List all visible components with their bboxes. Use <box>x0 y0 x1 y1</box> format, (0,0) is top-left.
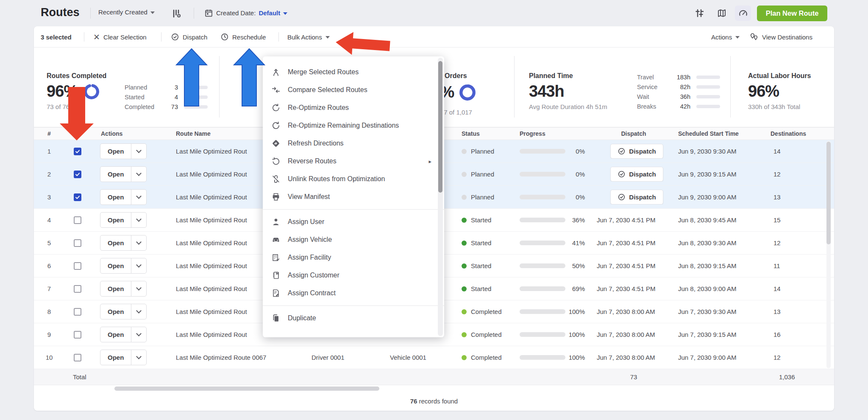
open-button-label[interactable]: Open <box>100 327 131 342</box>
view-destinations-button[interactable]: View Destinations <box>749 26 812 48</box>
horizontal-scrollbar[interactable] <box>114 386 379 391</box>
menu-item-unlink-routes-from-optimization[interactable]: Unlink Routes from Optimization ▸ <box>263 170 444 188</box>
sort-label: Recently Created <box>98 8 147 16</box>
open-split-button[interactable]: Open <box>100 281 147 297</box>
open-dropdown-toggle[interactable] <box>131 235 146 250</box>
scheduled-start-cell: Jun 9, 2030 9:30 AM <box>678 148 767 155</box>
col-header-scheduled-start[interactable]: Scheduled Start Time <box>678 130 767 137</box>
open-split-button[interactable]: Open <box>100 258 147 274</box>
open-button-label[interactable]: Open <box>100 304 131 319</box>
open-split-button[interactable]: Open <box>100 212 147 228</box>
open-dropdown-toggle[interactable] <box>131 167 146 182</box>
open-dropdown-toggle[interactable] <box>131 190 146 204</box>
vertical-scrollbar[interactable] <box>826 142 831 244</box>
status-cell: Started <box>456 239 515 246</box>
time-breakdown: Travel 183h Service 82h Wait 36h Breaks … <box>637 74 720 110</box>
row-checkbox[interactable] <box>74 171 81 178</box>
columns-settings-button[interactable] <box>172 8 182 19</box>
status-cell: Started <box>456 285 515 292</box>
open-button-label[interactable]: Open <box>100 258 131 273</box>
col-header-dispatch[interactable]: Dispatch <box>589 130 678 137</box>
chevron-down-icon <box>136 262 142 268</box>
dispatch-check-icon <box>171 33 179 41</box>
col-header-progress[interactable]: Progress <box>515 130 589 137</box>
row-checkbox[interactable] <box>74 239 81 247</box>
dispatch-toolbar-label: Dispatch <box>183 34 207 41</box>
open-dropdown-toggle[interactable] <box>131 281 146 296</box>
clear-selection-button[interactable]: ✕ Clear Selection <box>93 26 147 48</box>
open-button-label[interactable]: Open <box>100 281 131 296</box>
open-dropdown-toggle[interactable] <box>131 350 146 365</box>
row-dispatch-button[interactable]: Dispatch <box>610 190 663 204</box>
menu-scrollbar[interactable] <box>438 61 442 193</box>
menu-item-refresh-directions[interactable]: Refresh Directions ▸ <box>263 134 444 152</box>
scheduled-start-cell: Jun 8, 2030 9:45 AM <box>678 216 767 224</box>
row-checkbox[interactable] <box>74 331 81 339</box>
filter-settings-button[interactable] <box>692 6 708 21</box>
open-button-label[interactable]: Open <box>100 190 131 204</box>
row-checkbox[interactable] <box>74 216 81 224</box>
open-split-button[interactable]: Open <box>100 143 147 159</box>
divider <box>84 32 84 42</box>
open-button-label[interactable]: Open <box>100 144 131 159</box>
open-dropdown-toggle[interactable] <box>131 258 146 273</box>
plan-new-route-button[interactable]: Plan New Route <box>757 6 827 21</box>
row-checkbox[interactable] <box>74 148 81 155</box>
col-header-destinations[interactable]: Destinations <box>767 130 834 137</box>
row-checkbox[interactable] <box>74 285 81 293</box>
status-cell: Completed <box>456 308 515 315</box>
actions-button[interactable]: Actions <box>711 26 740 48</box>
row-dispatch-button[interactable]: Dispatch <box>610 144 663 159</box>
open-split-button[interactable]: Open <box>100 235 147 251</box>
open-dropdown-toggle[interactable] <box>131 327 146 342</box>
open-dropdown-toggle[interactable] <box>131 213 146 227</box>
open-dropdown-toggle[interactable] <box>131 304 146 319</box>
col-header-status[interactable]: Status <box>456 130 515 137</box>
menu-item-label: Compare Selected Routes <box>288 86 367 94</box>
col-header-actions[interactable]: Actions <box>97 130 170 137</box>
menu-item-assign-facility[interactable]: Assign Facility ▸ <box>263 249 444 266</box>
breakdown-label: Travel <box>637 74 676 81</box>
table-row[interactable]: 10 Open Last Mile Optimized Route 0067 D… <box>34 346 834 369</box>
col-header-index[interactable]: # <box>41 130 58 137</box>
menu-item-re-optimize-remaining-destinations[interactable]: Re-Optimize Remaining Destinations ▸ <box>263 117 444 134</box>
menu-item-merge-selected-routes[interactable]: Merge Selected Routes ▸ <box>263 63 444 81</box>
bulk-actions-button[interactable]: Bulk Actions <box>287 26 330 48</box>
row-checkbox[interactable] <box>74 308 81 316</box>
row-checkbox[interactable] <box>74 354 81 361</box>
menu-item-assign-vehicle[interactable]: Assign Vehicle ▸ <box>263 231 444 249</box>
date-filter[interactable]: Created Date: Default <box>204 8 287 17</box>
chevron-down-icon <box>136 354 142 359</box>
open-button-label[interactable]: Open <box>100 167 131 182</box>
row-checkbox[interactable] <box>74 262 81 270</box>
dashboard-view-button[interactable] <box>735 6 751 21</box>
open-split-button[interactable]: Open <box>100 166 147 182</box>
dispatch-toolbar-button[interactable]: Dispatch <box>171 26 207 48</box>
menu-item-assign-user[interactable]: Assign User ▸ <box>263 213 444 231</box>
menu-item-view-manifest[interactable]: View Manifest ▸ <box>263 188 444 206</box>
open-split-button[interactable]: Open <box>100 327 147 342</box>
merge-icon <box>271 67 281 77</box>
row-checkbox[interactable] <box>74 193 81 201</box>
open-split-button[interactable]: Open <box>100 189 147 205</box>
menu-item-re-optimize-routes[interactable]: Re-Optimize Routes ▸ <box>263 99 444 117</box>
menu-item-reverse-routes[interactable]: Reverse Routes ▸ <box>263 152 444 170</box>
status-dot-icon <box>462 149 467 154</box>
open-split-button[interactable]: Open <box>100 350 147 365</box>
menu-item-assign-contract[interactable]: Assign Contract ▸ <box>263 284 444 302</box>
map-view-button[interactable] <box>714 6 730 21</box>
menu-item-compare-selected-routes[interactable]: Compare Selected Routes ▸ <box>263 81 444 99</box>
open-split-button[interactable]: Open <box>100 304 147 319</box>
open-button-label[interactable]: Open <box>100 350 131 365</box>
menu-item-assign-customer[interactable]: Assign Customer ▸ <box>263 266 444 284</box>
chevron-down-icon <box>326 36 330 39</box>
menu-item-duplicate[interactable]: Duplicate ▸ <box>263 309 444 327</box>
sort-selector[interactable]: Recently Created <box>98 8 155 16</box>
open-dropdown-toggle[interactable] <box>131 144 146 159</box>
progress-cell: 100% <box>515 308 589 315</box>
row-dispatch-button[interactable]: Dispatch <box>610 167 663 182</box>
breakdown-value: 42h <box>676 103 690 110</box>
open-button-label[interactable]: Open <box>100 235 131 250</box>
reschedule-toolbar-button[interactable]: Reschedule <box>220 26 266 48</box>
open-button-label[interactable]: Open <box>100 213 131 227</box>
